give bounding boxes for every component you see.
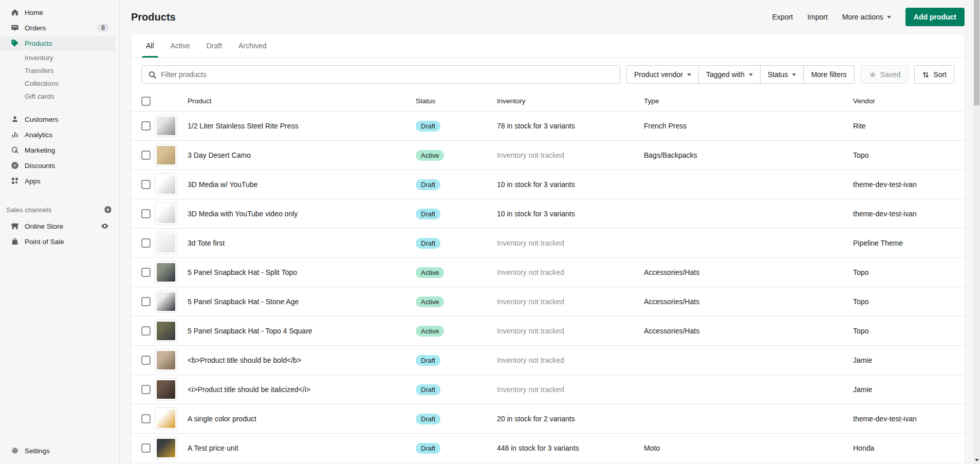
products-card: All Active Draft Archived Product vendor xyxy=(131,34,965,464)
inventory-cell: 78 in stock for 3 variants xyxy=(497,122,644,130)
vertical-scrollbar xyxy=(973,0,980,464)
search-icon xyxy=(148,70,157,79)
sidebar-item-gift-cards[interactable]: Gift cards xyxy=(0,90,119,103)
sidebar-item-settings[interactable]: Settings xyxy=(0,443,115,458)
tab-archived[interactable]: Archived xyxy=(230,34,274,58)
sidebar-item-orders[interactable]: Orders 8 xyxy=(0,21,115,35)
sidebar-item-inventory[interactable]: Inventory xyxy=(0,51,119,64)
status-badge: Active xyxy=(416,326,444,337)
product-title-link[interactable]: 5 Panel Snapback Hat - Topo 4 Square xyxy=(188,327,416,335)
row-checkbox[interactable] xyxy=(141,238,151,248)
sidebar-item-online-store[interactable]: Online Store xyxy=(0,219,115,233)
row-checkbox[interactable] xyxy=(141,268,151,277)
sidebar-item-apps[interactable]: Apps xyxy=(0,174,115,188)
vendor-cell: Rite xyxy=(853,122,965,130)
row-checkbox[interactable] xyxy=(141,326,151,336)
tab-all[interactable]: All xyxy=(138,34,162,58)
row-checkbox[interactable] xyxy=(141,151,151,160)
star-icon xyxy=(868,70,877,79)
inventory-cell: 10 in stock for 3 variants xyxy=(497,210,644,218)
add-sales-channel-icon[interactable] xyxy=(104,206,112,214)
product-title-link[interactable]: 5 Panel Snapback Hat - Split Topo xyxy=(188,268,416,276)
marketing-icon xyxy=(10,145,20,155)
product-title-link[interactable]: <b>Product title should be bold</b> xyxy=(188,356,416,364)
product-thumbnail xyxy=(155,144,177,166)
add-product-button[interactable]: Add product xyxy=(905,8,965,26)
scrollbar-thumb[interactable] xyxy=(974,0,979,105)
row-checkbox[interactable] xyxy=(141,385,151,394)
product-title-link[interactable]: 1/2 Liter Stainless Steel Rite Press xyxy=(188,122,416,130)
sidebar-item-customers[interactable]: Customers xyxy=(0,112,115,126)
filter-bar: Product vendor Tagged with Status More f… xyxy=(131,58,965,91)
saved-button[interactable]: Saved xyxy=(861,65,909,84)
sidebar-item-label: Home xyxy=(25,9,43,16)
product-title-link[interactable]: 3D Media w/ YouTube xyxy=(188,180,416,189)
table-row: 3 Day Desert Camo Active Inventory not t… xyxy=(131,141,965,170)
sidebar-item-collections[interactable]: Collections xyxy=(0,77,119,90)
sales-channels-header: Sales channels xyxy=(0,200,119,218)
row-checkbox[interactable] xyxy=(141,121,151,131)
sidebar-item-label: Point of Sale xyxy=(25,238,64,246)
row-checkbox[interactable] xyxy=(141,443,151,453)
sort-button[interactable]: Sort xyxy=(914,65,954,84)
status-filter-button[interactable]: Status xyxy=(761,65,804,84)
tab-draft[interactable]: Draft xyxy=(198,34,230,58)
row-checkbox[interactable] xyxy=(141,180,151,189)
status-badge: Draft xyxy=(416,209,440,219)
type-cell: Bags/Backpacks xyxy=(644,151,853,159)
row-checkbox[interactable] xyxy=(141,356,151,365)
status-badge: Active xyxy=(416,150,444,161)
sales-channels-label: Sales channels xyxy=(6,206,51,214)
sidebar-item-label: Products xyxy=(25,40,52,47)
more-filters-button[interactable]: More filters xyxy=(804,65,854,84)
scrollbar-down-arrow[interactable] xyxy=(973,457,980,462)
column-header-product: Product xyxy=(188,97,416,105)
table-row: 5 Panel Snapback Hat - Split Topo Active… xyxy=(131,258,965,287)
sidebar-item-label: Marketing xyxy=(25,146,55,154)
sidebar-item-transfers[interactable]: Transfers xyxy=(0,64,119,77)
table-header: Product Status Inventory Type Vendor xyxy=(131,91,965,112)
sidebar-item-point-of-sale[interactable]: Point of Sale xyxy=(0,234,115,249)
product-title-link[interactable]: 3 Day Desert Camo xyxy=(188,151,416,159)
product-title-link[interactable]: 5 Panel Snapback Hat - Stone Age xyxy=(188,298,416,306)
tab-active[interactable]: Active xyxy=(162,34,198,58)
orders-icon xyxy=(10,23,20,32)
inventory-cell: Inventory not tracked xyxy=(497,239,644,247)
sidebar-item-analytics[interactable]: Analytics xyxy=(0,127,115,142)
type-cell: Moto xyxy=(644,444,853,452)
product-title-link[interactable]: A single color product xyxy=(188,415,416,423)
inventory-cell: Inventory not tracked xyxy=(497,385,644,394)
row-checkbox[interactable] xyxy=(141,414,151,423)
chevron-down-icon xyxy=(792,73,796,76)
view-online-store-eye-icon[interactable] xyxy=(101,222,109,230)
chevron-down-icon xyxy=(687,73,691,76)
table-row: 3D Media w/ YouTube Draft 10 in stock fo… xyxy=(131,170,965,199)
product-title-link[interactable]: <i>Product title should be italicized</i… xyxy=(188,385,416,394)
chevron-down-icon xyxy=(887,16,891,18)
sidebar-item-discounts[interactable]: Discounts xyxy=(0,158,115,173)
vendor-cell: Topo xyxy=(853,268,965,276)
select-all-checkbox[interactable] xyxy=(141,97,151,106)
tagged-with-filter-button[interactable]: Tagged with xyxy=(699,65,761,84)
sidebar-item-home[interactable]: Home xyxy=(0,5,115,20)
product-vendor-filter-button[interactable]: Product vendor xyxy=(626,65,699,84)
product-thumbnail xyxy=(155,290,177,313)
vendor-cell: Topo xyxy=(853,298,965,306)
customers-icon xyxy=(10,115,20,124)
product-thumbnail xyxy=(155,115,177,137)
more-actions-button[interactable]: More actions xyxy=(842,13,891,21)
import-button[interactable]: Import xyxy=(807,13,828,21)
row-checkbox[interactable] xyxy=(141,297,151,306)
sidebar-item-label: Settings xyxy=(25,447,50,455)
inventory-cell: 448 in stock for 3 variants xyxy=(497,444,644,452)
product-title-link[interactable]: A Test price unit xyxy=(188,444,416,452)
export-button[interactable]: Export xyxy=(772,13,792,21)
row-checkbox[interactable] xyxy=(141,209,151,218)
status-badge: Draft xyxy=(416,414,440,424)
sidebar-item-products[interactable]: Products xyxy=(0,36,115,50)
product-title-link[interactable]: 3D Media with YouTube video only xyxy=(188,210,416,218)
filter-products-input[interactable] xyxy=(161,70,614,79)
product-thumbnail xyxy=(155,378,177,401)
sidebar-item-marketing[interactable]: Marketing xyxy=(0,143,115,157)
product-title-link[interactable]: 3d Tote first xyxy=(188,239,416,247)
